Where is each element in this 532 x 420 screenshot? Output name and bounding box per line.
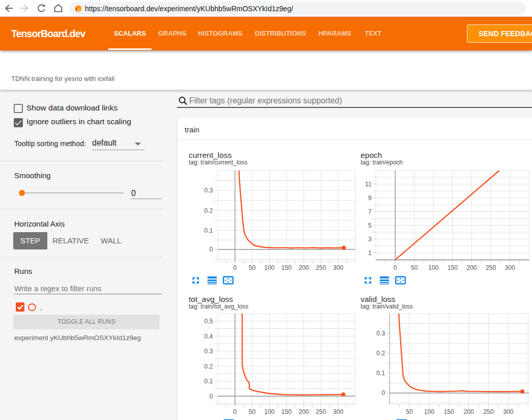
svg-text:0: 0 (233, 264, 237, 271)
svg-text:0: 0 (210, 246, 213, 253)
svg-text:0.4: 0.4 (204, 333, 213, 340)
svg-text:250: 250 (316, 408, 327, 415)
svg-text:50: 50 (406, 408, 413, 415)
svg-text:100: 100 (264, 408, 275, 415)
svg-text:0: 0 (381, 389, 385, 397)
svg-text:0.1: 0.1 (204, 227, 213, 234)
svg-text:150: 150 (281, 264, 292, 271)
svg-text:3: 3 (368, 236, 372, 243)
svg-text:9: 9 (368, 194, 372, 202)
svg-text:0.3: 0.3 (376, 330, 385, 337)
svg-text:0.1: 0.1 (376, 370, 385, 377)
svg-text:0.2: 0.2 (376, 350, 385, 357)
svg-text:0.3: 0.3 (204, 187, 213, 194)
svg-text:5: 5 (368, 222, 372, 229)
svg-text:0: 0 (394, 264, 397, 271)
svg-text:300: 300 (333, 408, 344, 415)
svg-text:300: 300 (503, 408, 514, 415)
svg-text:0.1: 0.1 (204, 378, 213, 385)
svg-text:150: 150 (448, 264, 458, 271)
svg-text:7: 7 (368, 208, 372, 215)
svg-text:0: 0 (210, 393, 213, 400)
svg-text:300: 300 (505, 264, 515, 271)
svg-text:200: 200 (299, 264, 309, 271)
svg-text:0.2: 0.2 (204, 207, 213, 214)
svg-text:50: 50 (249, 408, 256, 415)
svg-text:300: 300 (333, 264, 344, 271)
svg-text:200: 200 (463, 408, 474, 415)
svg-text:0.2: 0.2 (204, 363, 213, 370)
svg-text:200: 200 (466, 264, 477, 271)
svg-text:50: 50 (411, 264, 418, 271)
svg-text:100: 100 (264, 264, 275, 271)
svg-text:50: 50 (249, 264, 256, 271)
svg-text:150: 150 (444, 408, 455, 415)
svg-text:250: 250 (483, 408, 494, 415)
svg-text:0.3: 0.3 (204, 348, 213, 355)
svg-text:100: 100 (428, 264, 439, 271)
svg-text:0: 0 (233, 408, 237, 415)
svg-text:200: 200 (299, 408, 309, 415)
svg-text:250: 250 (486, 264, 496, 271)
svg-text:11: 11 (365, 181, 372, 188)
svg-text:150: 150 (281, 408, 292, 415)
svg-text:100: 100 (424, 408, 435, 415)
svg-text:1: 1 (368, 249, 372, 257)
svg-text:250: 250 (316, 264, 327, 271)
svg-text:0.5: 0.5 (204, 318, 213, 325)
